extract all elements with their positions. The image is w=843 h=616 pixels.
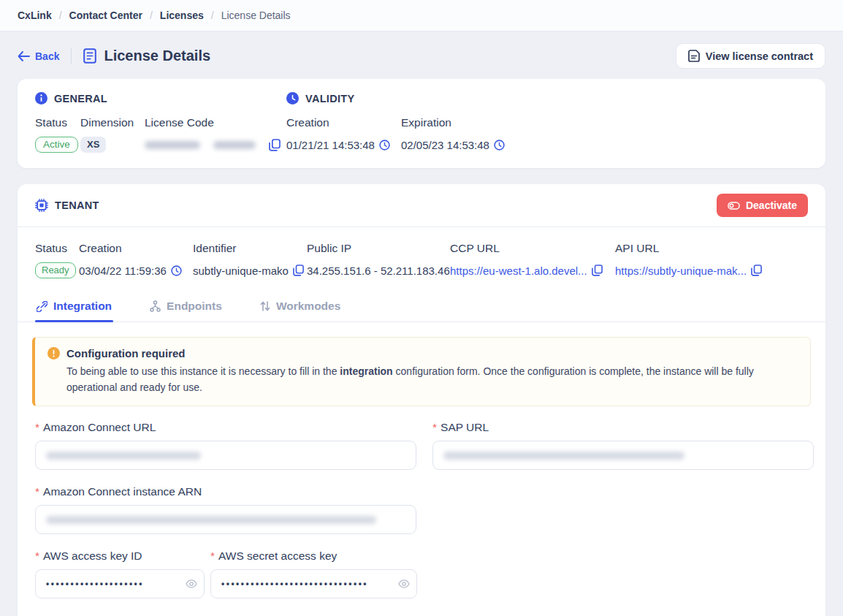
warning-title: Configuration required <box>66 347 186 360</box>
deactivate-button[interactable]: Deactivate <box>717 194 808 217</box>
configuration-warning: Configuration required To being able to … <box>32 337 811 406</box>
tenant-status-field: Status Ready <box>35 242 79 279</box>
breadcrumb: CxLink / Contact Center / Licenses / Lic… <box>0 0 843 31</box>
tenant-card: TENANT Deactivate Status Ready Creation … <box>18 184 825 616</box>
link-icon <box>37 301 47 312</box>
copy-icon[interactable] <box>293 265 304 276</box>
license-code-label: License Code <box>145 116 286 129</box>
copy-icon[interactable] <box>592 265 603 276</box>
eye-icon[interactable] <box>398 579 410 588</box>
amazon-connect-url-label: Amazon Connect URL <box>43 421 156 434</box>
clock-icon <box>494 140 505 151</box>
redacted-license-code <box>145 141 200 149</box>
tab-workmodes[interactable]: Workmodes <box>259 292 342 322</box>
creation-label: Creation <box>79 242 193 255</box>
warning-icon <box>47 347 60 360</box>
tab-integration-label: Integration <box>53 300 112 313</box>
copy-icon[interactable] <box>269 139 281 151</box>
general-dimension-field: Dimension XS <box>80 116 145 153</box>
redacted-placeholder <box>46 452 201 460</box>
required-marker: * <box>210 550 215 563</box>
api-url-link[interactable]: https://subtly-unique-mak... <box>615 265 747 277</box>
page-header: Back License Details View license contra… <box>0 31 843 79</box>
back-label: Back <box>35 50 59 62</box>
creation-label: Creation <box>286 116 401 129</box>
tenant-title: TENANT <box>55 199 99 211</box>
secret-key-input[interactable] <box>210 569 417 598</box>
expiration-value: 02/05/23 14:53:48 <box>401 139 489 151</box>
arn-label: Amazon Connect instance ARN <box>43 485 202 498</box>
back-button[interactable]: Back <box>18 50 59 62</box>
view-license-contract-button[interactable]: View license contract <box>676 43 825 69</box>
general-card: GENERAL Status Active Dimension XS Licen… <box>18 79 825 168</box>
redacted-placeholder <box>443 452 684 460</box>
dimension-label: Dimension <box>80 116 145 129</box>
tenant-ccp-url-field: CCP URL https://eu-west-1.alo.devel... <box>450 242 615 279</box>
access-key-group: *AWS access key ID <box>35 550 205 598</box>
view-license-contract-label: View license contract <box>706 50 813 62</box>
access-key-label: AWS access key ID <box>43 550 142 563</box>
tenant-header: TENANT Deactivate <box>18 184 825 227</box>
breadcrumb-separator: / <box>211 9 214 21</box>
tab-integration[interactable]: Integration <box>35 292 113 322</box>
redacted-license-code <box>213 141 256 149</box>
tenant-creation-field: Creation 03/04/22 11:59:36 <box>79 242 193 279</box>
timer-icon <box>286 92 299 104</box>
validity-section: VALIDITY Creation 01/21/21 14:53:48 Expi… <box>286 92 808 153</box>
header-divider <box>71 48 72 64</box>
tenant-public-ip-value: 34.255.151.6 - 52.211.183.46 <box>307 262 450 279</box>
sap-url-group: *SAP URL <box>432 421 814 470</box>
warning-body-text: To being able to use this instance it is… <box>66 365 340 377</box>
breadcrumb-item-licenses[interactable]: Licenses <box>160 9 204 21</box>
document-icon <box>83 48 96 64</box>
creation-value: 01/21/21 14:53:48 <box>286 139 375 151</box>
status-label: Status <box>35 116 80 129</box>
breadcrumb-item-contact-center[interactable]: Contact Center <box>69 9 142 21</box>
required-marker: * <box>35 421 39 434</box>
ready-badge: Ready <box>35 262 76 278</box>
status-badge: Active <box>35 137 78 153</box>
validity-title: VALIDITY <box>305 93 354 104</box>
clock-icon <box>171 265 182 276</box>
api-url-label: API URL <box>615 242 762 255</box>
copy-icon[interactable] <box>751 265 762 276</box>
access-key-input[interactable] <box>35 569 205 598</box>
warning-body-bold: integration <box>340 365 392 377</box>
chip-icon <box>35 199 48 212</box>
arrow-left-icon <box>18 51 30 61</box>
info-icon <box>35 92 47 104</box>
required-marker: * <box>35 485 39 498</box>
tab-endpoints[interactable]: Endpoints <box>148 292 224 322</box>
general-status-field: Status Active <box>35 116 80 153</box>
tenant-info-row: Status Ready Creation 03/04/22 11:59:36 … <box>18 227 825 292</box>
general-license-code-field: License Code <box>145 116 286 153</box>
dimension-badge: XS <box>80 137 106 153</box>
breadcrumb-item-cxlink[interactable]: CxLink <box>18 9 52 21</box>
eye-icon[interactable] <box>186 579 197 588</box>
clock-icon <box>379 140 390 151</box>
amazon-connect-url-input[interactable] <box>35 441 416 470</box>
required-marker: * <box>432 421 437 434</box>
breadcrumb-separator: / <box>150 9 153 21</box>
arn-input[interactable] <box>35 505 416 534</box>
public-ip-label: Public IP <box>307 242 450 255</box>
tab-workmodes-label: Workmodes <box>276 300 340 313</box>
endpoints-icon <box>150 300 161 312</box>
creation-field: Creation 01/21/21 14:53:48 <box>286 116 401 153</box>
general-title: GENERAL <box>54 93 107 104</box>
tenant-public-ip-field: Public IP 34.255.151.6 - 52.211.183.46 <box>307 242 450 279</box>
breadcrumb-item-license-details: License Details <box>221 9 291 21</box>
expiration-field: Expiration 02/05/23 14:53:48 <box>401 116 505 153</box>
sap-url-input[interactable] <box>432 441 814 470</box>
secret-key-group: *AWS secret access key <box>210 550 417 598</box>
tenant-identifier-field: Identifier subtly-unique-mako <box>193 242 307 279</box>
general-section: GENERAL Status Active Dimension XS Licen… <box>35 92 286 153</box>
ccp-url-label: CCP URL <box>450 242 615 255</box>
required-marker: * <box>35 550 39 563</box>
redacted-placeholder <box>46 516 376 524</box>
ccp-url-link[interactable]: https://eu-west-1.alo.devel... <box>450 265 587 277</box>
sap-url-label: SAP URL <box>440 421 489 434</box>
status-label: Status <box>35 242 79 255</box>
expiration-label: Expiration <box>401 116 505 129</box>
secret-key-label: AWS secret access key <box>218 550 337 563</box>
